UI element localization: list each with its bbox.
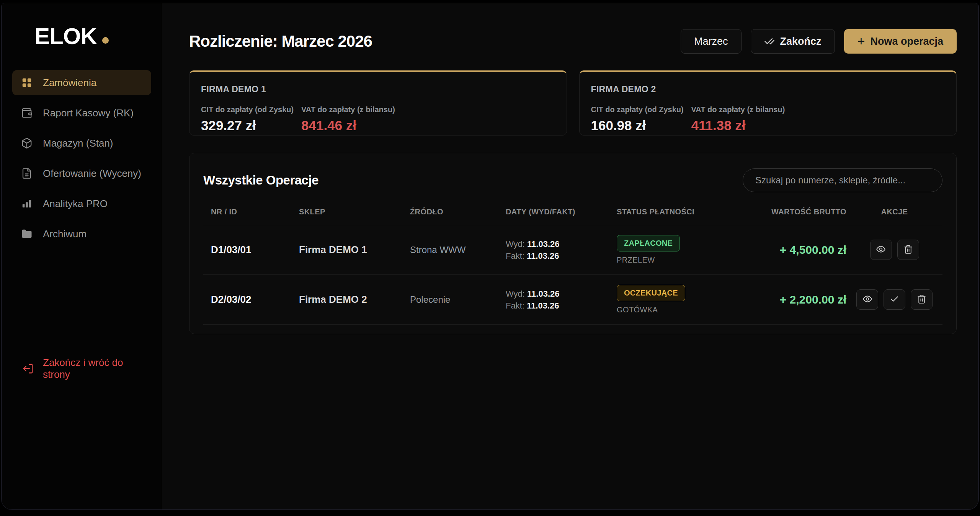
- cell-id: D1/03/01: [211, 244, 299, 256]
- logout-icon: [22, 363, 34, 374]
- col-header-shop: SKLEP: [299, 207, 410, 216]
- finish-button[interactable]: Zakończ: [751, 29, 835, 54]
- table-row: D1/03/01 Firma DEMO 1 Strona WWW Wyd: 11…: [203, 225, 942, 275]
- status-badge: OCZEKUJĄCE: [617, 285, 685, 301]
- sidebar-item-label: Raport Kasowy (RK): [43, 107, 134, 119]
- sidebar-item-label: Ofertowanie (Wyceny): [43, 168, 141, 180]
- sidebar-item-magazyn[interactable]: Magazyn (Stan): [12, 131, 151, 156]
- invoice-date: 11.03.26: [527, 301, 559, 310]
- actions-group: [856, 289, 933, 310]
- delete-button[interactable]: [911, 289, 933, 310]
- cell-status: OCZEKUJĄCE GOTÓWKA: [617, 285, 758, 314]
- check-icon: [890, 294, 899, 305]
- new-operation-button[interactable]: + Nowa operacja: [844, 29, 957, 54]
- bar-chart-icon: [21, 198, 33, 210]
- cell-shop: Firma DEMO 1: [299, 244, 410, 256]
- summary-card-firma-demo-2: FIRMA DEMO 2 CIT do zapłaty (od Zysku) 1…: [579, 70, 957, 136]
- cell-amount: + 4,500.00 zł: [758, 243, 846, 256]
- card-stats: CIT do zapłaty (od Zysku) 160.98 zł VAT …: [591, 105, 945, 133]
- col-header-actions: AKCJE: [846, 207, 942, 216]
- folder-icon: [21, 228, 33, 240]
- status-badge: ZAPŁACONE: [617, 235, 680, 251]
- cell-id: D2/03/02: [211, 294, 299, 305]
- stat-value: 841.46 zł: [301, 118, 402, 133]
- finish-button-label: Zakończ: [780, 36, 822, 47]
- cell-source: Strona WWW: [410, 245, 506, 255]
- col-header-amount: WARTOŚĆ BRUTTO: [758, 207, 846, 216]
- view-button[interactable]: [856, 289, 878, 310]
- summary-card-firma-demo-1: FIRMA DEMO 1 CIT do zapłaty (od Zysku) 3…: [189, 70, 567, 136]
- stat-vat: VAT do zapłaty (z bilansu) 411.38 zł: [691, 105, 792, 133]
- new-operation-label: Nowa operacja: [870, 36, 943, 47]
- issue-date-label: Wyd:: [506, 289, 525, 299]
- sidebar-nav: Zamówienia Raport Kasowy (RK) Magazyn (S…: [12, 70, 151, 247]
- cell-amount: + 2,200.00 zł: [758, 293, 846, 306]
- issue-date: 11.03.26: [527, 239, 559, 249]
- invoice-date-label: Fakt:: [506, 251, 524, 261]
- summary-cards: FIRMA DEMO 1 CIT do zapłaty (od Zysku) 3…: [189, 70, 957, 136]
- stat-value: 329.27 zł: [201, 118, 301, 133]
- sidebar-item-zamowienia[interactable]: Zamówienia: [12, 70, 151, 95]
- stat-value: 411.38 zł: [691, 118, 792, 133]
- sidebar: ELOK Zamówienia Raport Kasowy (RK) M: [2, 3, 162, 509]
- invoice-date: 11.03.26: [527, 251, 559, 261]
- topbar: Rozliczenie: Marzec 2026 Marzec Zakończ …: [189, 29, 957, 54]
- sidebar-item-analityka[interactable]: Analityka PRO: [12, 191, 151, 216]
- trash-icon: [903, 245, 913, 255]
- stat-label: CIT do zapłaty (od Zysku): [591, 105, 691, 114]
- app-logo: ELOK: [12, 23, 151, 49]
- trash-icon: [917, 294, 926, 305]
- cell-dates: Wyd: 11.03.26 Fakt: 11.03.26: [506, 238, 617, 262]
- stat-vat: VAT do zapłaty (z bilansu) 841.46 zł: [301, 105, 402, 133]
- col-header-status: STATUS PŁATNOŚCI: [617, 207, 758, 216]
- exit-link-label: Zakończ i wróć do strony: [43, 357, 151, 380]
- operations-title: Wszystkie Operacje: [203, 173, 318, 188]
- col-header-id: NR / ID: [211, 207, 299, 216]
- stat-label: CIT do zapłaty (od Zysku): [201, 105, 301, 114]
- sidebar-item-label: Magazyn (Stan): [43, 137, 113, 149]
- sidebar-item-label: Analityka PRO: [43, 198, 108, 210]
- payment-method: GOTÓWKA: [617, 305, 758, 314]
- cell-actions: [846, 240, 942, 260]
- logo-text: ELOK: [34, 23, 97, 49]
- wallet-icon: [21, 107, 33, 119]
- col-header-source: ŹRÓDŁO: [410, 207, 506, 216]
- card-company-name: FIRMA DEMO 1: [201, 84, 555, 95]
- card-company-name: FIRMA DEMO 2: [591, 84, 945, 95]
- payment-method: PRZELEW: [617, 256, 758, 265]
- stat-label: VAT do zapłaty (z bilansu): [301, 105, 402, 114]
- cell-dates: Wyd: 11.03.26 Fakt: 11.03.26: [506, 288, 617, 312]
- table-header-row: NR / ID SKLEP ŹRÓDŁO DATY (WYD/FAKT) STA…: [203, 207, 942, 225]
- stat-cit: CIT do zapłaty (od Zysku) 160.98 zł: [591, 105, 691, 133]
- delete-button[interactable]: [897, 240, 919, 260]
- operations-panel: Wszystkie Operacje NR / ID SKLEP ŹRÓDŁO …: [189, 153, 957, 334]
- operations-panel-head: Wszystkie Operacje: [203, 168, 942, 192]
- app-window: ELOK Zamówienia Raport Kasowy (RK) M: [1, 3, 979, 510]
- eye-icon: [862, 294, 872, 305]
- issue-date: 11.03.26: [527, 289, 559, 299]
- package-icon: [21, 137, 33, 149]
- cell-shop: Firma DEMO 2: [299, 294, 410, 305]
- exit-link[interactable]: Zakończ i wróć do strony: [12, 357, 151, 380]
- cell-source: Polecenie: [410, 294, 506, 305]
- cell-actions: [846, 289, 942, 310]
- grid-icon: [21, 77, 33, 89]
- sidebar-item-ofertowanie[interactable]: Ofertowanie (Wyceny): [12, 161, 151, 186]
- issue-date-label: Wyd:: [506, 239, 525, 249]
- table-row: D2/03/02 Firma DEMO 2 Polecenie Wyd: 11.…: [203, 275, 942, 325]
- sidebar-item-archiwum[interactable]: Archiwum: [12, 221, 151, 247]
- search-input[interactable]: [743, 168, 942, 192]
- cell-status: ZAPŁACONE PRZELEW: [617, 235, 758, 265]
- sidebar-item-raport-kasowy[interactable]: Raport Kasowy (RK): [12, 100, 151, 126]
- sidebar-item-label: Archiwum: [43, 228, 87, 240]
- month-selector-button[interactable]: Marzec: [681, 29, 742, 54]
- actions-group: [870, 240, 919, 260]
- stat-value: 160.98 zł: [591, 118, 691, 133]
- main-content: Rozliczenie: Marzec 2026 Marzec Zakończ …: [162, 3, 978, 509]
- document-icon: [21, 167, 33, 180]
- confirm-button[interactable]: [884, 289, 905, 310]
- logo-dot-icon: [102, 37, 109, 44]
- operations-table: NR / ID SKLEP ŹRÓDŁO DATY (WYD/FAKT) STA…: [203, 207, 942, 325]
- view-button[interactable]: [870, 240, 892, 260]
- stat-label: VAT do zapłaty (z bilansu): [691, 105, 792, 114]
